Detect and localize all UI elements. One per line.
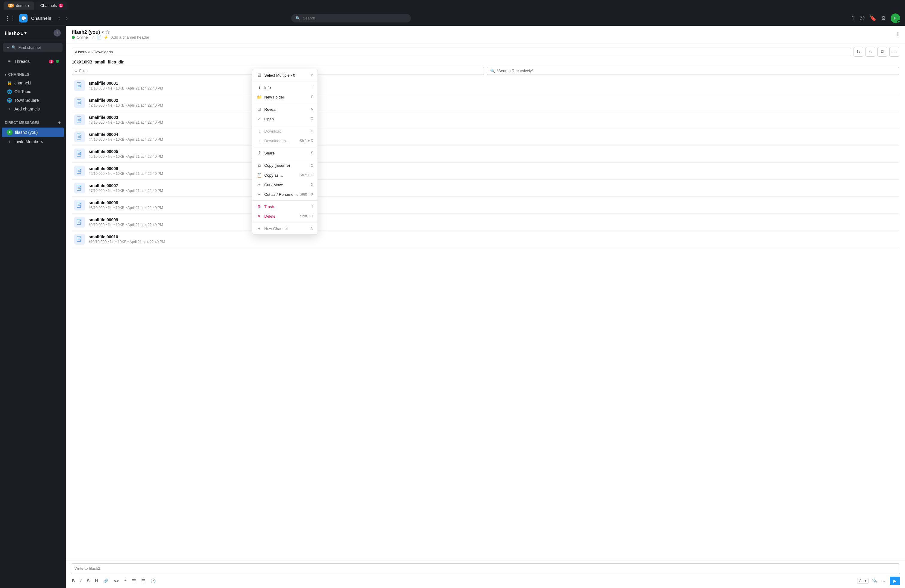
context-menu-item[interactable]: ⧉ Copy (resume) C [252,161,318,170]
sidebar-item-threads[interactable]: ≡ Threads 1 [2,57,64,65]
ol-button[interactable]: ☰ [140,578,146,584]
file-meta: #6/10,000 • file • 10KB • April 21 at 4:… [89,172,897,176]
refresh-button[interactable]: ↻ [854,47,863,57]
dm-add-button[interactable]: + [58,120,61,126]
emoji-button[interactable]: ☺ [881,578,888,584]
ctx-item-left: + New Channel [256,226,287,231]
file-item[interactable]: smallfile.00009 #9/10,000 • file • 10KB … [72,214,899,231]
italic-button[interactable]: I [79,578,83,584]
link-button[interactable]: 🔗 [102,578,110,584]
os-bar: 20 demo ▾ Channels 1 [0,0,905,11]
toolbar-title: Channels [31,16,51,21]
ctx-shortcut: I [313,85,313,89]
workspace-name[interactable]: filash2-1 ▾ [5,30,27,36]
file-item[interactable]: smallfile.00007 #7/10,000 • file • 10KB … [72,180,899,197]
add-workspace-button[interactable]: + [54,29,61,37]
add-channel-header[interactable]: Add a channel header [111,35,149,40]
home-button[interactable]: ⌂ [865,47,875,57]
demo-tab-label: demo [16,3,26,8]
context-menu-item[interactable]: 🗑 Trash T [252,202,318,211]
help-button[interactable]: ? [852,15,855,21]
file-item[interactable]: smallfile.00004 #4/10,000 • file • 10KB … [72,129,899,146]
mention-button[interactable]: @ [859,15,865,21]
file-meta: #3/10,000 • file • 10KB • April 21 at 4:… [89,120,897,124]
context-menu-item[interactable]: ℹ Info I [252,83,318,92]
clock-button[interactable]: 🕐 [149,578,157,584]
dm-section-header[interactable]: DIRECT MESSAGES + [0,118,65,127]
context-menu-item[interactable]: 📁 New Folder F [252,92,318,102]
avatar[interactable]: F [891,13,900,23]
ctx-icon: + [256,226,262,231]
file-icon [74,97,85,108]
strikethrough-button[interactable]: S [86,578,90,584]
context-menu-item[interactable]: ↗ Open O [252,114,318,124]
file-name: smallfile.00006 [89,166,897,171]
ctx-shortcut: X [311,183,313,187]
context-menu-item[interactable]: ⤴ Share S [252,148,318,158]
ctx-shortcut: V [311,107,313,111]
file-item[interactable]: smallfile.00006 #6/10,000 • file • 10KB … [72,162,899,180]
ctx-shortcut: T [311,205,313,209]
file-icon [74,234,85,245]
add-channels-label: Add channels [14,106,59,111]
ctx-shortcut: C [311,164,313,168]
os-tab-demo[interactable]: 20 demo ▾ [3,2,34,10]
avatar-online-indicator [897,20,900,23]
ctx-icon: ⧉ [256,163,262,168]
file-info: smallfile.00003 #3/10,000 • file • 10KB … [89,115,897,124]
context-menu-item[interactable]: ⊡ Reveal V [252,105,318,114]
sidebar-item-off-topic[interactable]: 🌐 Off-Topic [2,87,64,96]
nav-forward-button[interactable]: › [65,14,69,22]
bookmark-button[interactable]: 🔖 [870,15,876,22]
search-bar[interactable]: 🔍 [291,14,411,22]
ctx-item-left: ⊡ Reveal [256,107,276,112]
channel-chevron[interactable]: ▾ [102,30,103,35]
attachment-button[interactable]: 📎 [871,578,878,584]
sidebar-item-add-channels[interactable]: + Add channels [2,105,64,113]
ctx-label: Trash [264,205,274,209]
settings-button[interactable]: ⚙ [881,15,886,22]
find-channel-search[interactable]: ≡ 🔍 Find channel [3,43,62,52]
search-input[interactable] [303,16,407,21]
ctx-item-left: ↓ Download [256,129,282,133]
copy-path-button[interactable]: ⧉ [878,47,887,57]
nav-back-button[interactable]: ‹ [57,14,61,22]
sidebar-item-invite[interactable]: + Invite Members [2,137,64,146]
ul-button[interactable]: ☰ [131,578,137,584]
message-input[interactable]: Write to filash2 [71,563,900,574]
channels-badge: 1 [59,3,64,8]
file-path-input[interactable] [72,48,851,56]
file-name: smallfile.00001 [89,81,897,86]
sidebar-item-filash2[interactable]: F filash2 (you) [2,127,64,137]
context-menu-item[interactable]: ✕ Delete Shift + T [252,211,318,221]
file-item[interactable]: smallfile.00008 #8/10,000 • file • 10KB … [72,197,899,214]
context-menu-item[interactable]: ☑ Select Multiple - 0 M [252,70,318,80]
bold-button[interactable]: B [71,578,76,584]
channel-star-icon[interactable]: ☆ [105,29,110,35]
channel-info-button[interactable]: ℹ [897,31,899,38]
code-button[interactable]: <> [113,578,120,584]
ctx-item-left: 📋 Copy as ... [256,173,283,178]
more-options-button[interactable]: ⋯ [889,47,899,57]
filter-icon-2: ≡ [75,68,78,73]
sidebar-item-channel1[interactable]: 🔒 channel1 [2,79,64,87]
send-button[interactable]: ▶ [890,577,900,585]
context-menu-item[interactable]: ✂ Cut as / Rename ... Shift + X [252,189,318,199]
context-menu-item[interactable]: 📋 Copy as ... Shift + C [252,170,318,180]
sidebar-item-town-square[interactable]: 🌐 Town Square [2,96,64,105]
blockquote-button[interactable]: ❝ [123,578,128,584]
context-menu-item[interactable]: + New Channel N [252,224,318,233]
file-item[interactable]: smallfile.00002 #2/10,000 • file • 10KB … [72,94,899,111]
heading-button[interactable]: H [94,578,99,584]
file-item[interactable]: smallfile.00005 #5/10,000 • file • 10KB … [72,146,899,162]
font-size-control[interactable]: Aa ▾ [857,578,868,584]
file-item[interactable]: smallfile.00010 #10/10,000 • file • 10KB… [72,231,899,248]
context-menu-item[interactable]: ✂ Cut / Move X [252,180,318,189]
file-item[interactable]: smallfile.00003 #3/10,000 • file • 10KB … [72,111,899,129]
grid-icon[interactable]: ⋮⋮ [5,15,16,22]
file-info: smallfile.00002 #2/10,000 • file • 10KB … [89,98,897,108]
recursive-search-input[interactable]: 🔍 *Search Recursively* [487,67,899,75]
file-item[interactable]: smallfile.00001 #1/10,000 • file • 10KB … [72,77,899,94]
os-tab-channels[interactable]: Channels 1 [36,2,68,10]
channels-section-header[interactable]: ▾ CHANNELS [0,71,65,78]
